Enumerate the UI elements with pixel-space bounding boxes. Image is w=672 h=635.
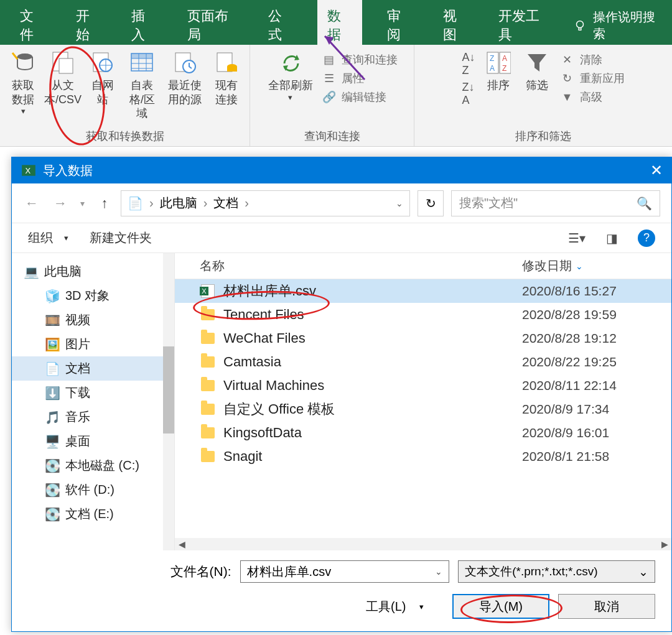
sort-indicator-icon: ⌄ [576, 261, 583, 271]
filter-dropdown-icon[interactable]: ⌄ [638, 565, 648, 579]
folder-icon [201, 404, 215, 415]
dl-icon: ⬇️ [45, 386, 59, 400]
tell-me-search[interactable]: 操作说明搜索 [573, 9, 658, 42]
refresh-all-button[interactable]: 全部刷新▾ [264, 49, 317, 105]
file-row[interactable]: Camtasia2020/8/22 19:25 [175, 350, 671, 374]
recent-sources-button[interactable]: 最近使用的源 [164, 49, 206, 123]
file-row[interactable]: KingsoftData2020/8/9 16:01 [175, 421, 671, 445]
file-row[interactable]: Snagit2020/8/1 21:58 [175, 445, 671, 468]
file-date: 2020/8/11 22:14 [522, 378, 671, 393]
close-icon[interactable]: ✕ [650, 162, 663, 179]
nav-back-button[interactable]: ← [23, 195, 40, 212]
preview-pane-button[interactable]: ◨ [603, 229, 620, 247]
reapply-button[interactable]: ↻重新应用 [560, 71, 625, 86]
existing-conn-button[interactable]: 现有连接 [208, 49, 245, 123]
funnel-icon [525, 51, 549, 75]
hscroll-right[interactable]: ▶ [659, 539, 670, 549]
file-date: 2020/8/9 17:34 [522, 402, 671, 417]
tree-scrollbar-thumb[interactable] [163, 346, 174, 433]
address-bar[interactable]: 📄 › 此电脑 › 文档 › ⌄ [121, 190, 410, 216]
tab-insert[interactable]: 插入 [125, 3, 162, 48]
advanced-filter-button[interactable]: ▼高级 [560, 90, 625, 104]
tree-item-disk[interactable]: 💽本地磁盘 (C:) [12, 453, 174, 478]
tab-review[interactable]: 审阅 [381, 3, 418, 48]
tab-dev[interactable]: 开发工具 [492, 3, 554, 48]
dialog-titlebar[interactable]: X 导入数据 ✕ [12, 157, 671, 183]
cancel-button[interactable]: 取消 [558, 594, 655, 619]
new-folder-button[interactable]: 新建文件夹 [90, 229, 152, 246]
properties-button[interactable]: ☰属性 [322, 71, 398, 86]
nav-forward-button[interactable]: → [52, 195, 69, 212]
queries-connections-button[interactable]: ▤查询和连接 [322, 52, 398, 67]
filter-button[interactable]: 筛选 [519, 49, 555, 95]
breadcrumb-thispc[interactable]: 此电脑 [160, 195, 197, 211]
tree-item-3d[interactable]: 🧊3D 对象 [12, 284, 174, 308]
tab-view[interactable]: 视图 [437, 3, 474, 48]
edit-links-button[interactable]: 🔗编辑链接 [322, 90, 398, 104]
tab-layout[interactable]: 页面布局 [181, 3, 243, 48]
import-button[interactable]: 导入(M) [452, 594, 549, 619]
get-data-button[interactable]: 获取数据▾ [5, 49, 41, 123]
file-row[interactable]: Tencent Files2020/8/28 19:59 [175, 303, 671, 327]
desk-icon: 🖥️ [45, 435, 59, 448]
database-icon [11, 51, 35, 75]
file-name: Snagit [223, 448, 522, 465]
filename-label: 文件名(N): [157, 563, 231, 580]
column-header-name[interactable]: 名称 [200, 257, 522, 274]
search-placeholder: 搜索"文档" [459, 195, 518, 211]
file-row[interactable]: WeChat Files2020/8/28 19:12 [175, 327, 671, 350]
organize-button[interactable]: 组织 ▾ [28, 229, 68, 246]
breadcrumb-documents[interactable]: 文档 [213, 195, 238, 211]
tab-file[interactable]: 文件 [14, 3, 51, 48]
refresh-address-button[interactable]: ↻ [418, 190, 444, 216]
from-range-button[interactable]: 自表格/区域 [123, 49, 161, 123]
dialog-footer: 文件名(N): 材料出库单.csv ⌄ 文本文件(*.prn;*.txt;*.c… [12, 550, 671, 631]
file-row[interactable]: Virtual Machines2020/8/11 22:14 [175, 374, 671, 397]
sort-button[interactable]: ZAAZ 排序 [480, 49, 516, 95]
tree-item-disk[interactable]: 💽软件 (D:) [12, 478, 174, 502]
tree-item-pc[interactable]: 💻此电脑 [12, 259, 174, 284]
tree-item-disk[interactable]: 💽文档 (E:) [12, 502, 174, 526]
tree-item-doc[interactable]: 📄文档 [12, 356, 174, 381]
group-queries: 查询和连接 [304, 125, 360, 144]
tree-item-music[interactable]: 🎵音乐 [12, 405, 174, 429]
nav-up-button[interactable]: ↑ [96, 195, 113, 212]
help-icon[interactable]: ? [638, 229, 655, 247]
tab-home[interactable]: 开始 [70, 3, 107, 48]
file-name: Tencent Files [223, 307, 522, 323]
tools-button[interactable]: 工具(L) ▾ [366, 598, 424, 615]
get-data-label: 获取数据 [9, 78, 37, 106]
address-dropdown-icon[interactable]: ⌄ [396, 198, 403, 208]
from-text-csv-button[interactable]: 从文本/CSV [44, 49, 82, 123]
filename-dropdown-icon[interactable]: ⌄ [435, 567, 442, 577]
folder-icon [201, 309, 215, 320]
disk-icon: 💽 [45, 483, 59, 497]
file-row[interactable]: 自定义 Office 模板2020/8/9 17:34 [175, 397, 671, 421]
view-mode-button[interactable]: ☰▾ [568, 229, 586, 247]
advanced-label: 高级 [580, 90, 602, 104]
sort-asc-icon[interactable]: A↓Z [462, 51, 475, 77]
file-date: 2020/8/22 19:25 [522, 355, 671, 369]
sort-desc-icon[interactable]: Z↓A [462, 81, 475, 107]
tree-item-dl[interactable]: ⬇️下载 [12, 381, 174, 405]
folder-icon [201, 380, 215, 391]
tree-item-video[interactable]: 🎞️视频 [12, 308, 174, 332]
file-name: WeChat Files [223, 330, 522, 346]
svg-point-0 [576, 21, 583, 28]
clear-filter-button[interactable]: ✕清除 [560, 52, 625, 67]
file-list-pane: 名称 修改日期⌄ 材料出库单.csv2020/8/16 15:27Tencent… [175, 253, 671, 550]
tree-label: 本地磁盘 (C:) [65, 457, 139, 474]
tree-item-desk[interactable]: 🖥️桌面 [12, 429, 174, 453]
from-web-button[interactable]: 自网站 [85, 49, 121, 123]
hscroll-left[interactable]: ◀ [176, 539, 187, 549]
table-icon [129, 51, 154, 75]
nav-history-dropdown[interactable]: ▾ [80, 198, 85, 208]
column-header-date[interactable]: 修改日期⌄ [522, 257, 671, 274]
tree-item-pic[interactable]: 🖼️图片 [12, 332, 174, 356]
filename-input[interactable]: 材料出库单.csv ⌄ [240, 560, 450, 583]
file-list-hscrollbar[interactable]: ◀ ▶ [175, 538, 671, 550]
tab-formula[interactable]: 公式 [262, 3, 299, 48]
file-row[interactable]: 材料出库单.csv2020/8/16 15:27 [175, 279, 671, 303]
file-type-filter[interactable]: 文本文件(*.prn;*.txt;*.csv) ⌄ [458, 560, 655, 583]
search-input[interactable]: 搜索"文档" 🔍 [451, 190, 660, 216]
